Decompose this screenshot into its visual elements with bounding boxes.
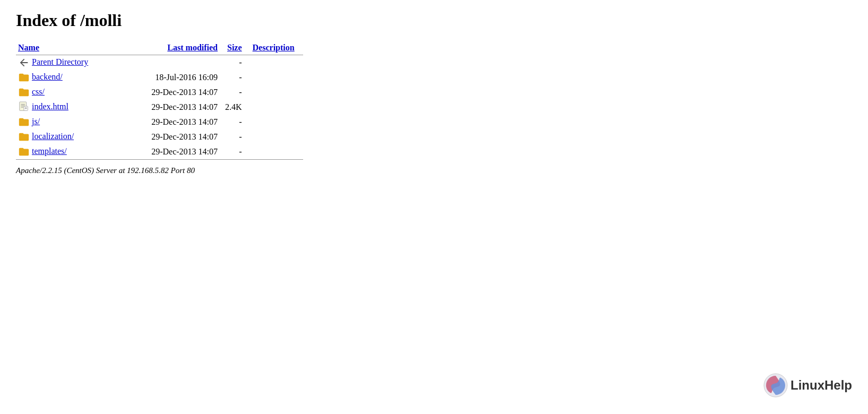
desc-cell [251,85,303,100]
table-row: js/29-Dec-2013 14:07- [16,115,303,130]
table-row: Parent Directory- [16,55,303,70]
file-link[interactable]: index.html [32,102,68,111]
name-cell: localization/ [16,130,133,144]
size-cell: - [223,144,251,159]
desc-cell [251,70,303,85]
server-info: Apache/2.2.15 (CentOS) Server at 192.168… [16,166,852,175]
size-cell: 2.4K [223,100,251,115]
file-link[interactable]: localization/ [32,132,74,141]
date-cell: 29-Dec-2013 14:07 [133,115,223,130]
size-cell: - [223,85,251,100]
col-last-modified[interactable]: Last modified [133,41,223,55]
col-name[interactable]: Name [16,41,133,55]
file-link[interactable]: Parent Directory [32,57,88,66]
name-cell: css/ [16,85,133,100]
table-header-row: Name Last modified Size Description [16,41,303,55]
folder-icon [18,72,30,83]
table-row: backend/18-Jul-2016 16:09- [16,70,303,85]
size-cell: - [223,55,251,70]
folder-icon [18,87,30,98]
file-link[interactable]: js/ [32,117,40,126]
col-name-link[interactable]: Name [18,43,39,52]
col-size-link[interactable]: Size [227,43,242,52]
size-cell: - [223,70,251,85]
date-cell: 29-Dec-2013 14:07 [133,85,223,100]
size-cell: - [223,115,251,130]
col-modified-link[interactable]: Last modified [167,43,218,52]
name-cell: Parent Directory [16,55,133,70]
table-row: templates/29-Dec-2013 14:07- [16,144,303,159]
desc-cell [251,130,303,144]
file-icon [18,101,30,113]
name-cell: templates/ [16,144,133,159]
page-title: Index of /molli [16,11,852,30]
desc-cell [251,115,303,130]
parent-dir-icon [18,57,30,68]
folder-icon [18,116,30,128]
directory-listing-table: Name Last modified Size Description Pare… [16,41,303,160]
date-cell: 29-Dec-2013 14:07 [133,130,223,144]
table-row: index.html29-Dec-2013 14:072.4K [16,100,303,115]
desc-cell [251,144,303,159]
size-cell: - [223,130,251,144]
date-cell: 29-Dec-2013 14:07 [133,100,223,115]
file-link[interactable]: templates/ [32,146,67,156]
footer-divider [16,159,303,160]
name-cell: index.html [16,100,133,115]
col-size[interactable]: Size [223,41,251,55]
col-description[interactable]: Description [251,41,303,55]
name-cell: js/ [16,115,133,130]
file-link[interactable]: css/ [32,87,45,96]
table-row: css/29-Dec-2013 14:07- [16,85,303,100]
date-cell [133,55,223,70]
date-cell: 18-Jul-2016 16:09 [133,70,223,85]
file-link[interactable]: backend/ [32,72,63,81]
desc-cell [251,55,303,70]
name-cell: backend/ [16,70,133,85]
col-desc-link[interactable]: Description [253,43,295,52]
folder-icon [18,131,30,143]
desc-cell [251,100,303,115]
date-cell: 29-Dec-2013 14:07 [133,144,223,159]
table-row: localization/29-Dec-2013 14:07- [16,130,303,144]
folder-icon [18,146,30,158]
